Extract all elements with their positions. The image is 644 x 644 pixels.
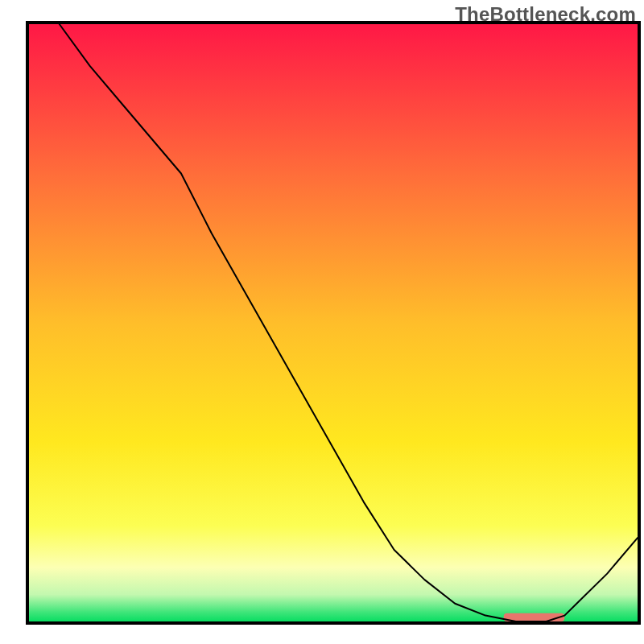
- bottleneck-chart: [0, 0, 644, 644]
- chart-background-gradient: [29, 24, 638, 621]
- watermark-text: TheBottleneck.com: [455, 3, 636, 26]
- chart-container: TheBottleneck.com: [0, 0, 644, 644]
